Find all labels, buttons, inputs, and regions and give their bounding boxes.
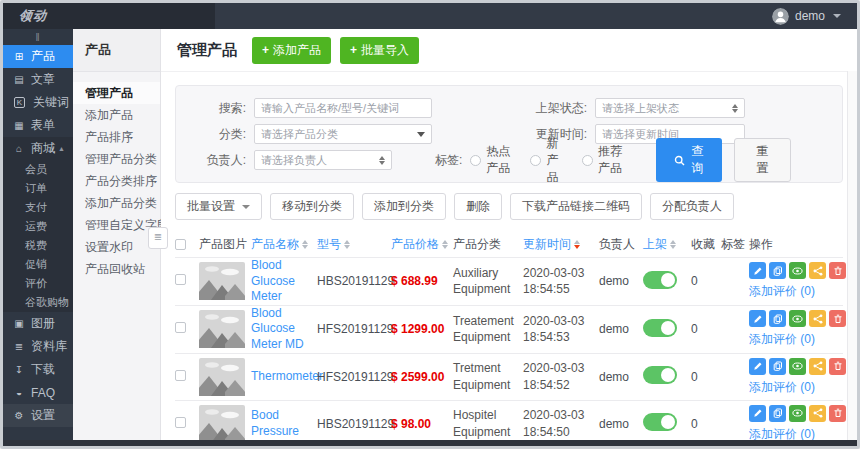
preview-button[interactable] (789, 405, 806, 422)
copy-button[interactable] (769, 358, 786, 375)
sidebar-item-sub-9[interactable]: 税费 (3, 236, 73, 255)
submenu-item[interactable]: 添加产品 (73, 104, 160, 126)
product-name-link[interactable]: Blood Glucose Meter (251, 258, 313, 305)
copy-button[interactable] (769, 262, 786, 279)
move-to-category-button[interactable]: 移动到分类 (270, 193, 354, 220)
submenu-collapse-button[interactable]: ≣ (148, 227, 168, 249)
sidebar-item-keywords[interactable]: K 关键词 (3, 91, 73, 114)
product-image[interactable] (199, 405, 245, 443)
sidebar-item-sub-10[interactable]: 促销 (3, 255, 73, 274)
sort-icon[interactable] (574, 240, 580, 249)
submenu-item[interactable]: 添加产品分类 (73, 192, 160, 214)
submenu-item[interactable]: 管理自定义字段 (73, 214, 160, 236)
tag-hot-checkbox[interactable]: 热点产品 (470, 143, 516, 177)
search-input[interactable] (254, 98, 432, 118)
submenu-item[interactable]: 管理产品分类 (73, 148, 160, 170)
submenu-item[interactable]: 产品排序 (73, 126, 160, 148)
add-product-button[interactable]: + 添加产品 (252, 37, 331, 64)
owner-select[interactable]: 请选择负责人 (254, 150, 392, 170)
reset-button[interactable]: 重置 (734, 138, 790, 182)
row-checkbox[interactable] (175, 274, 186, 285)
product-name-link[interactable]: Thermometer (251, 369, 313, 385)
product-category: Hospitel Equipment (453, 407, 523, 439)
copy-button[interactable] (769, 405, 786, 422)
delete-row-button[interactable] (829, 358, 846, 375)
query-button[interactable]: 查询 (656, 138, 722, 182)
column-header[interactable]: 上架 (643, 236, 691, 253)
delete-button[interactable]: 删除 (454, 193, 502, 220)
scrollbar-track[interactable] (847, 71, 857, 446)
product-image[interactable] (199, 358, 245, 396)
share-button[interactable] (809, 310, 826, 327)
sidebar-item-sub-6[interactable]: 订单 (3, 179, 73, 198)
column-header[interactable]: 产品名称 (251, 236, 317, 253)
add-to-category-button[interactable]: 添加到分类 (362, 193, 446, 220)
column-header[interactable]: 型号 (317, 236, 391, 253)
delete-row-button[interactable] (829, 310, 846, 327)
sidebar-item-sub-11[interactable]: 评价 (3, 274, 73, 293)
select-all-checkbox[interactable] (175, 239, 186, 250)
sidebar-item-sub-8[interactable]: 运费 (3, 217, 73, 236)
sort-icon[interactable] (302, 240, 308, 249)
on-shelf-toggle[interactable] (643, 319, 677, 337)
sidebar-item-products[interactable]: ⊞ 产品 (3, 45, 73, 68)
submenu-item[interactable]: 设置水印 (73, 236, 160, 258)
sidebar-item-sub-12[interactable]: 谷歌购物 (3, 293, 73, 312)
sidebar-item-articles[interactable]: ▤ 文章 (3, 68, 73, 91)
sort-icon[interactable] (442, 240, 448, 249)
delete-row-button[interactable] (829, 405, 846, 422)
row-checkbox[interactable] (175, 417, 186, 428)
preview-button[interactable] (789, 358, 806, 375)
add-review-link[interactable]: 添加评价 (0) (749, 283, 815, 300)
add-review-link[interactable]: 添加评价 (0) (749, 331, 815, 348)
sidebar-item-download[interactable]: ↧ 下载 (3, 358, 73, 381)
column-header[interactable]: 产品价格 (391, 236, 453, 253)
product-name-link[interactable]: Bood Pressure (251, 408, 313, 439)
product-image[interactable] (199, 310, 245, 348)
submenu-item[interactable]: 产品分类排序 (73, 170, 160, 192)
delete-row-button[interactable] (829, 262, 846, 279)
copy-button[interactable] (769, 310, 786, 327)
column-header[interactable]: 更新时间 (523, 236, 599, 253)
sidebar-item-sub-5[interactable]: 会员 (3, 160, 73, 179)
sidebar-collapse-icon[interactable]: ‖ (3, 29, 73, 45)
edit-button[interactable] (749, 262, 766, 279)
row-checkbox[interactable] (175, 322, 186, 333)
on-shelf-toggle[interactable] (643, 366, 677, 384)
edit-button[interactable] (749, 358, 766, 375)
category-select[interactable]: 请选择产品分类 (254, 124, 432, 144)
submenu-item[interactable]: 产品回收站 (73, 258, 160, 280)
user-menu[interactable]: demo (772, 8, 857, 25)
tag-recommended-checkbox[interactable]: 推荐产品 (582, 143, 628, 177)
sidebar-item-mall[interactable]: ⌂ 商城 ▲ (3, 137, 73, 160)
tag-new-checkbox[interactable]: 新产品 (530, 135, 567, 186)
download-qrcode-button[interactable]: 下载产品链接二维码 (510, 193, 642, 220)
add-review-link[interactable]: 添加评价 (0) (749, 379, 815, 396)
sidebar-item-sub-7[interactable]: 支付 (3, 198, 73, 217)
sidebar-item-settings[interactable]: ⚙ 设置 (3, 404, 73, 427)
share-button[interactable] (809, 358, 826, 375)
column-header: 产品分类 (453, 236, 523, 253)
preview-button[interactable] (789, 262, 806, 279)
bulk-set-button[interactable]: 批量设置 (175, 193, 262, 220)
product-image[interactable] (199, 262, 245, 300)
share-button[interactable] (809, 262, 826, 279)
preview-button[interactable] (789, 310, 806, 327)
assign-owner-button[interactable]: 分配负责人 (650, 193, 734, 220)
product-name-link[interactable]: Blood Glucose Meter MD (251, 306, 313, 353)
sidebar-item-faq[interactable]: ◒ FAQ (3, 381, 73, 404)
bulk-import-button[interactable]: + 批量导入 (340, 37, 419, 64)
share-button[interactable] (809, 405, 826, 422)
edit-button[interactable] (749, 310, 766, 327)
row-checkbox[interactable] (175, 370, 186, 381)
edit-button[interactable] (749, 405, 766, 422)
sidebar-item-albums[interactable]: ▣ 图册 (3, 312, 73, 335)
on-shelf-toggle[interactable] (643, 271, 677, 289)
submenu-item[interactable]: 管理产品 (73, 82, 160, 104)
sort-icon[interactable] (344, 240, 350, 249)
sidebar-item-library[interactable]: ≣ 资料库 (3, 335, 73, 358)
sidebar-item-forms[interactable]: ▦ 表单 (3, 114, 73, 137)
on-shelf-toggle[interactable] (643, 413, 677, 431)
sort-icon[interactable] (670, 240, 676, 249)
status-select[interactable]: 请选择上架状态 (595, 98, 745, 118)
